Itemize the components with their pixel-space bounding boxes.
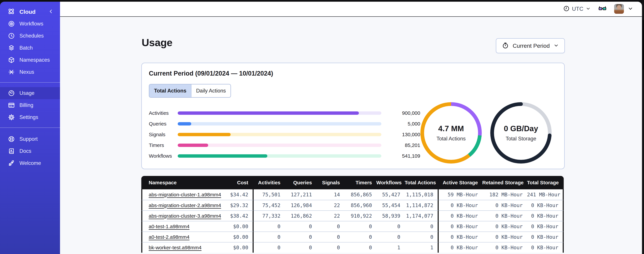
donut-center: 0 GB/Day Total Storage — [494, 106, 548, 160]
labs-glasses-icon[interactable] — [598, 4, 607, 14]
nexus-asterisk-icon — [8, 68, 15, 76]
sidebar-nav-main: Workflows Schedules Batch Namespaces — [0, 18, 60, 78]
donut-label: Total Storage — [506, 136, 536, 142]
cell-active-storage: 0 KB-Hour — [439, 200, 482, 210]
welcome-rocket-icon — [8, 160, 15, 167]
cell-total-actions: 1,174,077 — [405, 210, 439, 221]
namespace-usage-table: Namespace Cost Activities Queries Signal… — [141, 176, 564, 254]
namespaces-cube-icon — [8, 56, 15, 64]
cell-cost: $34.42 — [220, 189, 254, 200]
sidebar-item-docs[interactable]: Docs — [0, 145, 60, 157]
donut-arc-cap — [519, 102, 523, 106]
sidebar-item-welcome[interactable]: Welcome — [0, 157, 60, 169]
cell-queries: 126,862 — [285, 210, 316, 221]
table-header-row: Namespace Cost Activities Queries Signal… — [141, 176, 564, 189]
cell-timers: 0 — [344, 242, 376, 253]
sidebar-item-label: Settings — [20, 114, 38, 120]
bar-track — [178, 154, 381, 158]
cell-retained-storage: 0 KB-Hour — [482, 210, 527, 221]
table-row: a0-test-2.a98mm4 $0.00 0 0 0 0 0 0 0 KB-… — [141, 232, 564, 242]
bar-row-workflows: Workflows 541,109 — [149, 150, 440, 161]
namespace-link[interactable]: a0-test-1.a98mm4 — [149, 224, 190, 229]
period-selector-button[interactable]: Current Period — [496, 38, 565, 53]
cell-workflows: 58,939 — [376, 210, 405, 221]
sidebar-item-batch[interactable]: Batch — [0, 42, 60, 54]
namespace-link[interactable]: abs-migration-cluster-3.a98mm4 — [149, 213, 221, 219]
period-selector-label: Current Period — [512, 42, 550, 49]
cell-signals: 22 — [316, 200, 344, 210]
bar-track — [178, 133, 381, 136]
col-active-storage: Active Storage — [439, 176, 482, 189]
cell-active-storage: 0 KB-Hour — [439, 232, 482, 242]
cell-timers: 0 — [344, 232, 376, 242]
timezone-selector[interactable]: UTC — [563, 5, 591, 12]
sidebar-item-label: Namespaces — [20, 57, 50, 63]
cell-timers: 910,922 — [344, 210, 376, 221]
col-namespace: Namespace — [141, 176, 220, 189]
cell-cost: $0.00 — [220, 221, 254, 232]
stopwatch-icon — [502, 42, 509, 50]
bar-fill — [178, 112, 359, 115]
table-row: a0-test-1.a98mm4 $0.00 0 0 0 0 0 0 0 KB-… — [141, 221, 564, 232]
bar-fill — [178, 122, 191, 126]
bar-fill — [178, 133, 231, 136]
bar-track — [178, 122, 381, 126]
collapse-sidebar-icon[interactable] — [48, 8, 54, 15]
namespace-link[interactable]: abs-migration-cluster-2.a98mm4 — [149, 202, 221, 208]
scrollbar-thumb[interactable] — [642, 20, 644, 70]
chevron-down-icon — [628, 6, 633, 12]
namespace-link[interactable]: abs-migration-cluster-1.a98mm4 — [149, 192, 221, 197]
actions-bar-chart: Activities 900,000 Queries 5,000 Signals… — [149, 108, 440, 161]
cell-retained-storage: 0 KB-Hour — [482, 221, 527, 232]
sidebar-item-label: Usage — [20, 90, 34, 96]
bar-label: Signals — [149, 132, 178, 138]
tab-total-actions[interactable]: Total Actions — [149, 84, 192, 97]
sidebar-item-nexus[interactable]: Nexus — [0, 66, 60, 78]
col-retained-storage: Retained Storage — [482, 176, 527, 189]
bar-label: Timers — [149, 142, 178, 148]
namespace-link[interactable]: a0-test-2.a98mm4 — [149, 234, 190, 240]
support-lifebuoy-icon — [8, 136, 15, 143]
sidebar-item-settings[interactable]: Settings — [0, 111, 60, 123]
cell-queries: 126,984 — [285, 200, 316, 210]
cell-timers: 856,960 — [344, 200, 376, 210]
cell-total-actions: 0 — [405, 232, 439, 242]
total-storage-donut: 0 GB/Day Total Storage — [490, 102, 552, 164]
bar-label: Activities — [149, 110, 178, 116]
col-queries: Queries — [285, 176, 316, 189]
sidebar-item-usage[interactable]: Usage — [0, 87, 60, 99]
bar-row-timers: Timers 85,201 — [149, 140, 440, 150]
col-cost: Cost — [220, 176, 254, 189]
namespace-link[interactable]: bk-worker-test.a98mm4 — [149, 245, 202, 250]
table-row: abs-migration-cluster-1.a98mm4 $34.42 75… — [141, 189, 564, 200]
user-menu[interactable] — [614, 4, 633, 14]
cell-active-storage: 0 KB-Hour — [439, 221, 482, 232]
docs-book-icon — [8, 148, 15, 155]
cell-cost: $0.00 — [220, 232, 254, 242]
cell-workflows: 1 — [376, 242, 405, 253]
page-scrollbar[interactable] — [642, 0, 644, 254]
brand-row[interactable]: Cloud — [0, 6, 60, 18]
sidebar-item-support[interactable]: Support — [0, 133, 60, 145]
sidebar-item-namespaces[interactable]: Namespaces — [0, 54, 60, 66]
cell-signals: 0 — [316, 242, 344, 253]
sidebar-item-workflows[interactable]: Workflows — [0, 18, 60, 30]
page-title: Usage — [142, 36, 172, 48]
cell-total-storage: 0 KB-Hour — [527, 200, 564, 210]
avatar[interactable] — [614, 4, 624, 14]
cell-activities: 75,501 — [254, 189, 285, 200]
col-total-storage: Total Storage — [527, 176, 564, 189]
cell-retained-storage: 182 MB-Hour — [482, 189, 527, 200]
tab-daily-actions[interactable]: Daily Actions — [192, 84, 230, 97]
cell-retained-storage: 0 KB-Hour — [482, 200, 527, 210]
cell-workflows: 0 — [376, 232, 405, 242]
sidebar-item-schedules[interactable]: Schedules — [0, 30, 60, 42]
bar-value: 541,109 — [385, 153, 420, 159]
sidebar-item-billing[interactable]: Billing — [0, 99, 60, 111]
sidebar-nav-account: Usage Billing Settings — [0, 87, 60, 123]
donut-value: 0 GB/Day — [504, 124, 538, 133]
donut-center: 4.7 MM Total Actions — [424, 106, 478, 160]
cell-total-actions: 1,115,018 — [405, 189, 439, 200]
cell-timers: 856,865 — [344, 189, 376, 200]
cell-activities: 75,452 — [254, 200, 285, 210]
